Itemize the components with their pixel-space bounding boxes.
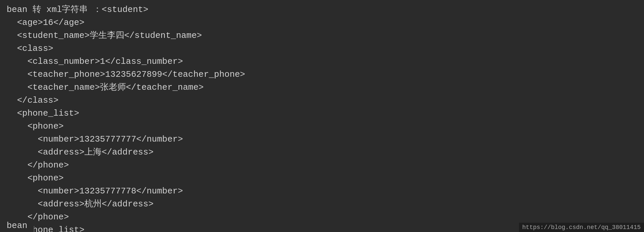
code-line: <student_name>学生李四</student_name>: [7, 29, 637, 42]
code-line: <number>13235777778</number>: [7, 185, 637, 198]
code-container: bean 转 xml字符串 ：<student> <age>16</age> <…: [0, 0, 644, 232]
code-line: bean 转 xml字符串 ：<student>: [7, 3, 637, 16]
bottom-url: https://blog.csdn.net/qq_38011415: [519, 223, 644, 232]
code-line: <phone>: [7, 120, 637, 133]
code-line: <address>上海</address>: [7, 146, 637, 159]
bottom-label-text: bean: [7, 221, 27, 231]
code-line: </phone>: [7, 159, 637, 172]
code-line: <teacher_name>张老师</teacher_name>: [7, 81, 637, 94]
code-line: </class>: [7, 94, 637, 107]
code-line: <teacher_phone>13235627899</teacher_phon…: [7, 68, 637, 81]
code-line: <class>: [7, 42, 637, 55]
code-line: <phone>: [7, 172, 637, 185]
code-line: <number>13235777777</number>: [7, 133, 637, 146]
code-line: <class_number>1</class_number>: [7, 55, 637, 68]
code-block: bean 转 xml字符串 ：<student> <age>16</age> <…: [7, 3, 637, 232]
code-line: <age>16</age>: [7, 16, 637, 29]
bottom-label: bean: [0, 219, 34, 232]
url-text: https://blog.csdn.net/qq_38011415: [522, 224, 641, 231]
code-line: <address>杭州</address>: [7, 198, 637, 211]
code-line: </phone>: [7, 211, 637, 224]
code-line: <phone_list>: [7, 107, 637, 120]
